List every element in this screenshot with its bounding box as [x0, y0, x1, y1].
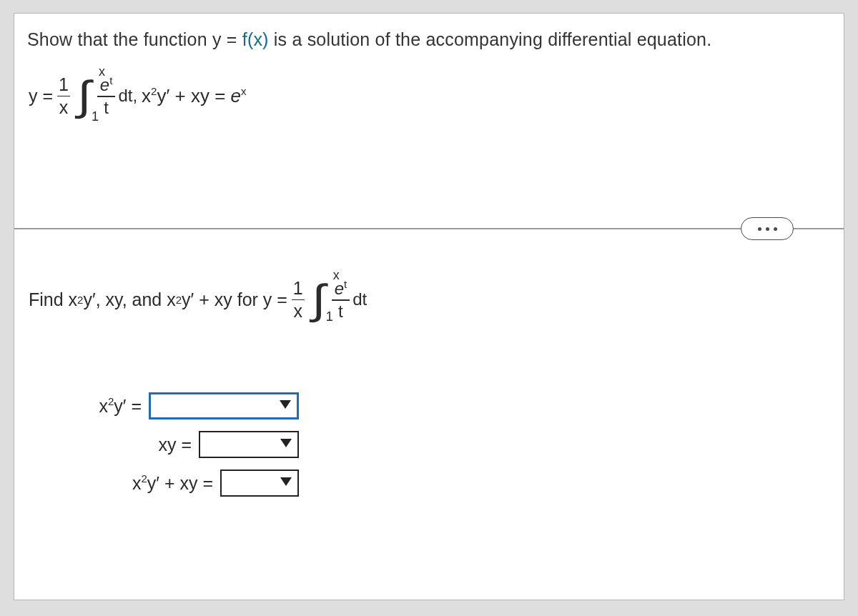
answer-row-1: x2y′ =: [27, 392, 299, 419]
dot-icon: [766, 227, 769, 231]
integral2-upper: x: [333, 268, 340, 283]
integrand-den: t: [101, 98, 112, 118]
integrand2-fraction: et t: [332, 278, 350, 322]
frac-den: x: [58, 98, 70, 116]
dot-icon: [774, 227, 777, 231]
integral-lower: 1: [92, 109, 99, 124]
integral-upper: x: [99, 64, 105, 79]
p2-pre: Find x: [29, 289, 77, 310]
r1post: y′ =: [114, 396, 142, 416]
answer-row-3: x2y′ + xy =: [27, 470, 299, 497]
dt2: dt: [352, 289, 367, 309]
r3sup: 2: [141, 472, 147, 485]
e2exp: t: [344, 278, 347, 290]
chevron-down-icon: [280, 439, 293, 450]
ode-mid: y′ + xy =: [157, 85, 230, 106]
sub-prompt: Find x2y′, xy, and x2y′ + xy for y = 1 x…: [29, 278, 367, 322]
problem-sheet: Show that the function y = f(x) is a sol…: [14, 13, 844, 600]
r1sup: 2: [108, 395, 114, 407]
integrand2-bar: [332, 299, 350, 301]
frac-bar: [57, 96, 70, 97]
label-x2yprime: x2y′ =: [99, 395, 142, 417]
ode-x: x: [142, 85, 151, 106]
y-equals: y =: [29, 86, 53, 106]
frac2-den: x: [292, 302, 305, 320]
instruction-text: Show that the function y = f(x) is a sol…: [14, 14, 844, 74]
p2-mid2: y′ + xy for y =: [182, 289, 287, 310]
answer-area: x2y′ = xy = x2y′ + xy =: [27, 392, 299, 508]
fraction-1-over-x-2: 1 x: [292, 279, 305, 320]
label-sum: x2y′ + xy =: [132, 472, 213, 494]
frac2-bar: [292, 299, 305, 301]
integrand2-den: t: [335, 302, 346, 322]
frac2-num: 1: [292, 279, 305, 297]
instruction-pre: Show that the function y =: [27, 29, 242, 49]
r1pre: x: [99, 396, 108, 416]
dot-icon: [758, 227, 761, 231]
p2-sup1: 2: [77, 294, 83, 306]
divider-line: [14, 228, 844, 229]
dropdown-x2yprime[interactable]: [149, 392, 299, 419]
ode-part: x2y′ + xy = ex: [142, 85, 246, 107]
dropdown-xy[interactable]: [199, 431, 299, 458]
integral2-symbol: ∫: [312, 281, 325, 318]
integral-block-2: x ∫ 1: [313, 281, 325, 318]
integrand-fraction: et t: [97, 74, 116, 118]
r3post: y′ + xy =: [147, 473, 213, 493]
e-exp: t: [109, 74, 112, 86]
dropdown-sum[interactable]: [220, 470, 299, 497]
answer-row-2: xy =: [27, 431, 299, 458]
p2-mid1: y′, xy, and x: [83, 289, 175, 310]
ode-ex: x: [241, 85, 247, 97]
more-options-button[interactable]: [741, 217, 794, 240]
integral2-lower: 1: [326, 309, 333, 324]
instruction-post: is a solution of the accompanying differ…: [269, 29, 712, 49]
ode-e: e: [231, 85, 241, 106]
r3pre: x: [132, 473, 142, 493]
integral-block: x ∫ 1: [79, 77, 90, 114]
frac-num: 1: [57, 75, 70, 94]
instruction-fx: f(x): [242, 29, 269, 49]
integrand-bar: [97, 96, 116, 97]
given-equation: y = 1 x x ∫ 1 et t dt, x2y′ + xy = ex: [14, 74, 844, 118]
integral-symbol: ∫: [77, 77, 91, 114]
label-xy: xy =: [158, 434, 192, 455]
dt-comma: dt,: [118, 86, 137, 106]
p2-sup2: 2: [176, 294, 182, 306]
chevron-down-icon: [280, 400, 292, 412]
fraction-1-over-x: 1 x: [57, 75, 70, 116]
chevron-down-icon: [280, 477, 293, 489]
